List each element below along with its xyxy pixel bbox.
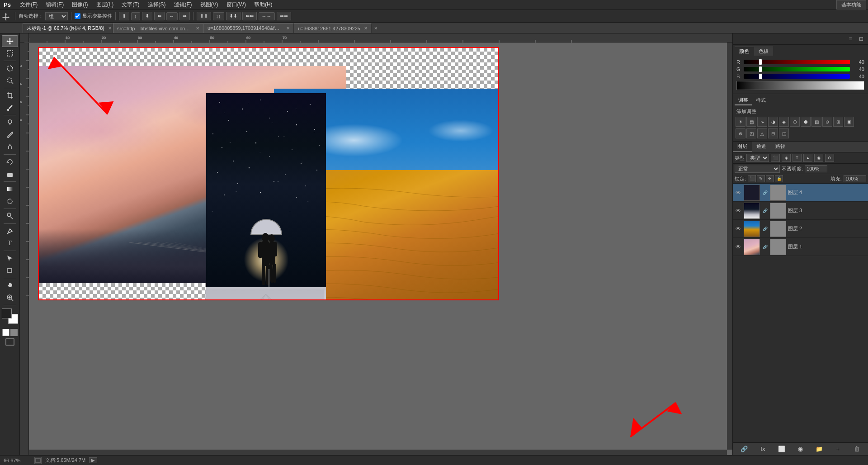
lock-all-btn[interactable]: 🔒 <box>775 175 783 182</box>
shape-tool[interactable] <box>2 265 18 276</box>
dodge-tool[interactable] <box>2 210 18 222</box>
tab-4[interactable]: u=3638812661,4278309225 ✕ <box>294 23 372 33</box>
menu-window[interactable]: 窗口(W) <box>223 0 250 9</box>
threshold-icon[interactable]: △ <box>757 128 767 138</box>
layer-row-2[interactable]: 👁 🔗 图层 2 <box>733 220 868 238</box>
invert-icon[interactable]: ⊛ <box>736 128 745 138</box>
layer-mask-btn[interactable]: ⬜ <box>777 444 787 454</box>
photo-filter-icon[interactable]: ⊙ <box>822 117 832 127</box>
color-balance-icon[interactable]: ⬢ <box>801 117 811 127</box>
layers-tab-paths[interactable]: 路径 <box>771 142 790 152</box>
bw-icon[interactable]: ▧ <box>811 117 821 127</box>
tab-3-close[interactable]: ✕ <box>286 26 290 31</box>
standard-mode-btn[interactable] <box>2 329 9 336</box>
quick-mask-mode-btn[interactable] <box>10 329 18 336</box>
curves-icon[interactable]: ∿ <box>757 117 767 127</box>
crop-tool[interactable] <box>2 90 18 101</box>
workspace-button[interactable]: 基本功能 <box>836 0 866 9</box>
dist-vc-btn[interactable]: ↕↕ <box>213 12 224 20</box>
selective-color-icon[interactable]: ◳ <box>779 128 789 138</box>
brush-tool[interactable] <box>2 129 18 141</box>
adj-tab-styles[interactable]: 样式 <box>752 96 769 105</box>
text-tool[interactable]: T <box>2 237 18 249</box>
hand-tool[interactable] <box>2 280 18 291</box>
align-top-btn[interactable]: ⬆ <box>119 12 129 20</box>
blur-tool[interactable] <box>2 195 18 207</box>
layer-row-3[interactable]: 👁 🔗 图层 3 <box>733 202 868 220</box>
menu-edit[interactable]: 编辑(E) <box>42 0 67 9</box>
pen-tool[interactable] <box>2 225 18 237</box>
layer-3-visibility[interactable]: 👁 <box>735 207 742 214</box>
swatches-tab[interactable]: 色板 <box>754 47 773 56</box>
vertical-scrollbar[interactable] <box>727 43 732 450</box>
layer-filter-toggle-btn[interactable]: ⊝ <box>825 154 834 162</box>
lock-image-btn[interactable]: ✎ <box>757 175 765 182</box>
layer-1-visibility[interactable]: 👁 <box>735 243 742 251</box>
opacity-input[interactable] <box>805 165 827 172</box>
menu-file[interactable]: 文件(F) <box>16 0 41 9</box>
tab-4-close[interactable]: ✕ <box>364 26 368 31</box>
path-selection-tool[interactable] <box>2 252 18 264</box>
gradient-map-icon[interactable]: ⊟ <box>768 128 778 138</box>
posterize-icon[interactable]: ◰ <box>746 128 756 138</box>
layer-filter-smart-btn[interactable]: ◉ <box>814 154 823 162</box>
dist-bottom-btn[interactable]: ⬇⬇ <box>226 12 241 20</box>
history-brush-tool[interactable] <box>2 156 18 168</box>
tab-1-close[interactable]: ✕ <box>108 26 112 31</box>
menu-view[interactable]: 视图(V) <box>197 0 222 9</box>
eraser-tool[interactable] <box>2 168 18 180</box>
layer-adjustment-btn[interactable]: ◉ <box>795 444 805 454</box>
g-slider-thumb[interactable] <box>759 66 762 72</box>
b-slider-track[interactable] <box>744 74 850 79</box>
layer-delete-btn[interactable]: 🗑 <box>852 444 862 454</box>
color-lookup-icon[interactable]: ▣ <box>844 117 854 127</box>
layer-filter-pixel-btn[interactable]: ⬛ <box>771 154 780 162</box>
r-slider-thumb[interactable] <box>759 59 762 65</box>
gradient-tool[interactable] <box>2 183 18 195</box>
b-slider-thumb[interactable] <box>759 73 762 80</box>
dist-right-btn[interactable]: ➡➡ <box>277 12 291 20</box>
layer-filter-shape-btn[interactable]: ▲ <box>803 154 812 162</box>
layer-2-visibility[interactable]: 👁 <box>735 225 742 232</box>
layer-new-btn[interactable]: + <box>833 444 843 454</box>
show-transform-checkbox[interactable] <box>75 13 80 19</box>
fill-input[interactable] <box>844 175 866 182</box>
rp-icon-1[interactable]: ≡ <box>845 34 855 43</box>
channel-mixer-icon[interactable]: ⊞ <box>833 117 843 127</box>
layer-style-btn[interactable]: fx <box>758 444 768 454</box>
levels-icon[interactable]: ▤ <box>746 117 756 127</box>
dist-hc-btn[interactable]: ↔↔ <box>259 12 275 20</box>
dist-left-btn[interactable]: ⬅⬅ <box>242 12 257 20</box>
layer-filter-adjustment-btn[interactable]: ◈ <box>782 154 791 162</box>
brightness-contrast-icon[interactable]: ☀ <box>736 117 745 127</box>
next-btn[interactable]: ▶ <box>89 457 97 463</box>
layer-group-btn[interactable]: 📁 <box>814 444 824 454</box>
layer-row-4[interactable]: 👁 🔗 图层 4 <box>733 184 868 202</box>
lock-position-btn[interactable]: ✛ <box>766 175 774 182</box>
rectangular-marquee-tool[interactable] <box>2 47 18 59</box>
blend-mode-select[interactable]: 正常 溶解 变暗 正片叠底 颜色加深 <box>735 165 780 173</box>
screen-mode-btn[interactable] <box>5 338 14 347</box>
layer-4-visibility[interactable]: 👁 <box>735 189 742 196</box>
menu-layer[interactable]: 图层(L) <box>93 0 118 9</box>
foreground-color-swatch[interactable] <box>2 308 12 318</box>
canvas-area[interactable]: 10 20 30 40 50 60 70 <box>20 33 732 455</box>
move-tool-icon[interactable] <box>2 11 12 21</box>
lasso-tool[interactable] <box>2 62 18 74</box>
tab-2[interactable]: src=http__bbsfiles.vivo.com.cn_vivobbs_a… <box>113 23 203 33</box>
layer-filter-text-btn[interactable]: T <box>793 154 802 162</box>
align-hcenter-btn[interactable]: ↔ <box>166 12 178 20</box>
g-slider-track[interactable] <box>744 67 850 71</box>
dist-top-btn[interactable]: ⬆⬆ <box>197 12 211 20</box>
hue-saturation-icon[interactable]: ⬡ <box>790 117 800 127</box>
menu-text[interactable]: 文字(T) <box>118 0 143 9</box>
eyedropper-tool[interactable] <box>2 102 18 114</box>
clone-stamp-tool[interactable] <box>2 141 18 153</box>
zoom-tool[interactable] <box>2 292 18 304</box>
menu-filter[interactable]: 滤镜(E) <box>170 0 196 9</box>
lock-transparent-btn[interactable]: ⬛ <box>748 175 756 182</box>
align-bottom-btn[interactable]: ⬇ <box>142 12 152 20</box>
vibrance-icon[interactable]: ◈ <box>779 117 789 127</box>
layer-link-btn[interactable]: 🔗 <box>739 444 749 454</box>
color-swatches[interactable] <box>2 308 18 324</box>
